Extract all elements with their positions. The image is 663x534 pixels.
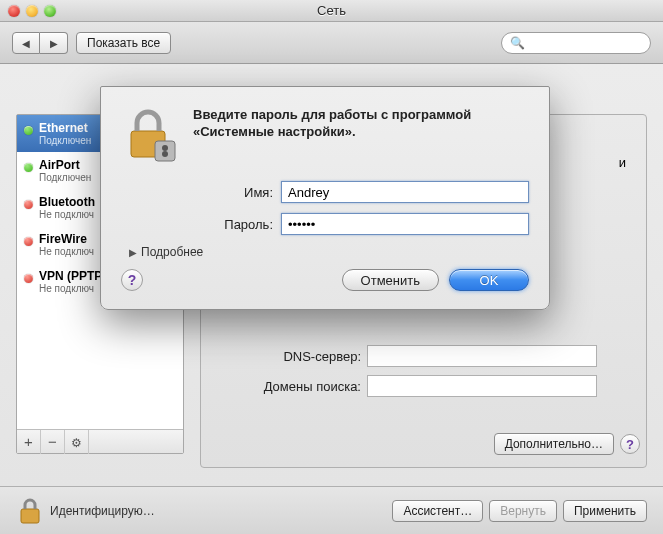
forward-button[interactable]	[40, 32, 68, 54]
window-title: Сеть	[0, 3, 663, 18]
name-input[interactable]	[281, 181, 529, 203]
advanced-button[interactable]: Дополнительно…	[494, 433, 614, 455]
status-dot-icon	[24, 237, 33, 246]
status-dot-icon	[24, 163, 33, 172]
password-label: Пароль:	[121, 217, 281, 232]
svg-point-4	[162, 151, 168, 157]
revert-button[interactable]: Вернуть	[489, 500, 557, 522]
search-input[interactable]	[529, 36, 663, 50]
status-dot-icon	[24, 200, 33, 209]
titlebar: Сеть	[0, 0, 663, 22]
nav-segment	[12, 32, 68, 54]
details-label: Подробнее	[141, 245, 203, 259]
back-button[interactable]	[12, 32, 40, 54]
dialog-help-button[interactable]: ?	[121, 269, 143, 291]
dialog-message: Введите пароль для работы с программой «…	[193, 105, 529, 163]
search-field[interactable]: 🔍	[501, 32, 651, 54]
toolbar: Показать все 🔍	[0, 22, 663, 64]
status-fragment: и	[619, 155, 626, 170]
cancel-button[interactable]: Отменить	[342, 269, 439, 291]
apply-button[interactable]: Применить	[563, 500, 647, 522]
svg-point-3	[162, 145, 168, 151]
show-all-button[interactable]: Показать все	[76, 32, 171, 54]
details-disclosure[interactable]: ▶ Подробнее	[129, 245, 529, 259]
arrow-right-icon	[50, 35, 58, 50]
arrow-left-icon	[22, 35, 30, 50]
name-label: Имя:	[121, 185, 281, 200]
dns-label: DNS-сервер:	[201, 349, 361, 364]
bottom-bar: Идентифицирую… Ассистент… Вернуть Примен…	[0, 486, 663, 534]
status-dot-icon	[24, 274, 33, 283]
gear-icon	[71, 433, 82, 450]
ok-button[interactable]: OK	[449, 269, 529, 291]
status-dot-icon	[24, 126, 33, 135]
remove-service-button[interactable]: −	[41, 430, 65, 454]
search-domains-label: Домены поиска:	[201, 379, 361, 394]
lock-large-icon	[121, 105, 179, 163]
svg-rect-0	[21, 509, 39, 523]
lock-text: Идентифицирую…	[50, 504, 155, 518]
search-icon: 🔍	[510, 36, 525, 50]
add-service-button[interactable]: +	[17, 430, 41, 454]
search-domains-input[interactable]	[367, 375, 597, 397]
actions-menu-button[interactable]	[65, 430, 89, 454]
lock-icon[interactable]	[16, 495, 44, 527]
password-input[interactable]	[281, 213, 529, 235]
status-text: и	[619, 155, 626, 170]
sidebar-footer: + −	[17, 429, 183, 453]
auth-dialog: Введите пароль для работы с программой «…	[100, 86, 550, 310]
assistant-button[interactable]: Ассистент…	[392, 500, 483, 522]
help-button[interactable]: ?	[620, 434, 640, 454]
disclosure-triangle-icon: ▶	[129, 247, 137, 258]
dns-input[interactable]	[367, 345, 597, 367]
